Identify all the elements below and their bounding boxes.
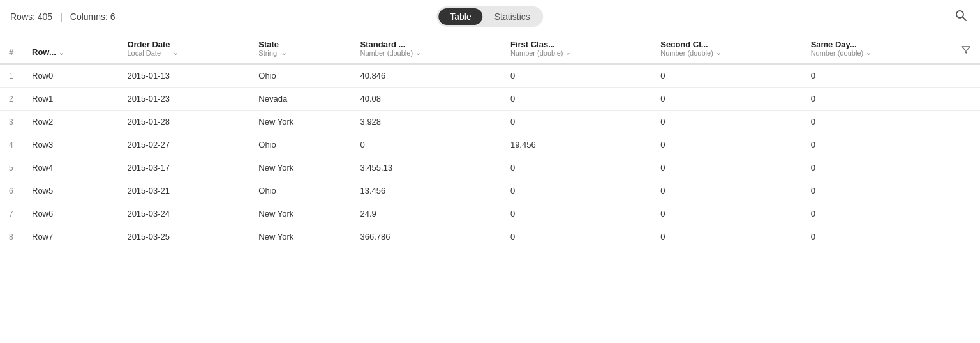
- cell-state: Ohio: [249, 179, 351, 202]
- cell-standard: 0: [352, 133, 501, 156]
- cell-rownum: 3: [0, 111, 23, 133]
- cell-secondclass: 0: [651, 111, 801, 133]
- view-toggle: Table Statistics: [436, 6, 543, 27]
- cell-rowid: Row5: [23, 179, 118, 202]
- cell-secondclass: 0: [651, 88, 801, 111]
- sort-arrow-orderdate: ⌄: [173, 49, 178, 56]
- table-wrapper: # Row... ⌄ Order Date Local Date ⌄: [0, 33, 980, 248]
- cell-rownum: 2: [0, 88, 23, 111]
- table-toggle-button[interactable]: Table: [438, 8, 482, 25]
- cell-firstclass: 0: [501, 179, 651, 202]
- cell-rownum: 6: [0, 179, 23, 202]
- cell-firstclass: 0: [501, 202, 651, 225]
- col-header-state[interactable]: State String ⌄: [249, 33, 351, 64]
- cell-standard: 40.08: [352, 88, 501, 111]
- top-bar: Rows: 405 | Columns: 6 Table Statistics: [0, 0, 980, 33]
- cell-filter: [952, 225, 980, 248]
- cell-state: New York: [249, 225, 351, 248]
- cell-rowid: Row7: [23, 225, 118, 248]
- cell-orderdate: 2015-03-17: [118, 156, 249, 179]
- cell-orderdate: 2015-03-21: [118, 179, 249, 202]
- cell-sameday: 0: [802, 64, 952, 88]
- search-button[interactable]: [952, 6, 970, 26]
- cell-standard: 13.456: [352, 179, 501, 202]
- cell-standard: 3,455.13: [352, 156, 501, 179]
- cell-sameday: 0: [802, 156, 952, 179]
- cell-filter: [952, 111, 980, 133]
- cell-filter: [952, 179, 980, 202]
- cell-firstclass: 0: [501, 64, 651, 88]
- row-col-info: Rows: 405 | Columns: 6: [10, 11, 115, 22]
- cell-rowid: Row6: [23, 202, 118, 225]
- cell-state: New York: [249, 111, 351, 133]
- cell-filter: [952, 64, 980, 88]
- cell-orderdate: 2015-03-24: [118, 202, 249, 225]
- rows-label: Rows: 405: [10, 11, 52, 22]
- table-row: 7Row62015-03-24New York24.9000: [0, 202, 980, 225]
- cell-standard: 40.846: [352, 64, 501, 88]
- col-header-firstclass[interactable]: First Clas... Number (double) ⌄: [501, 33, 651, 64]
- cell-secondclass: 0: [651, 179, 801, 202]
- col-header-secondclass[interactable]: Second Cl... Number (double) ⌄: [651, 33, 801, 64]
- sort-arrow-firstclass: ⌄: [565, 49, 570, 56]
- cell-orderdate: 2015-02-27: [118, 133, 249, 156]
- cell-filter: [952, 133, 980, 156]
- col-header-standard[interactable]: Standard ... Number (double) ⌄: [352, 33, 501, 64]
- cell-filter: [952, 88, 980, 111]
- cell-state: Ohio: [249, 64, 351, 88]
- cell-secondclass: 0: [651, 202, 801, 225]
- cell-firstclass: 0: [501, 225, 651, 248]
- table-row: 2Row12015-01-23Nevada40.08000: [0, 88, 980, 111]
- sort-arrow-state: ⌄: [281, 49, 286, 56]
- filter-icon: [961, 45, 971, 57]
- cell-sameday: 0: [802, 133, 952, 156]
- cell-orderdate: 2015-01-13: [118, 64, 249, 88]
- cell-standard: 24.9: [352, 202, 501, 225]
- cell-state: New York: [249, 202, 351, 225]
- cell-rownum: 5: [0, 156, 23, 179]
- cell-sameday: 0: [802, 202, 952, 225]
- col-header-sameday[interactable]: Same Day... Number (double) ⌄: [802, 33, 952, 64]
- cell-firstclass: 19.456: [501, 133, 651, 156]
- data-table: # Row... ⌄ Order Date Local Date ⌄: [0, 33, 980, 248]
- table-row: 3Row22015-01-28New York3.928000: [0, 111, 980, 133]
- cell-rowid: Row1: [23, 88, 118, 111]
- col-header-rowid[interactable]: Row... ⌄: [23, 33, 118, 64]
- cell-sameday: 0: [802, 225, 952, 248]
- svg-line-1: [963, 17, 966, 20]
- sort-arrow-rowid: ⌄: [59, 49, 64, 56]
- cell-secondclass: 0: [651, 133, 801, 156]
- cell-secondclass: 0: [651, 156, 801, 179]
- cell-firstclass: 0: [501, 156, 651, 179]
- cell-firstclass: 0: [501, 111, 651, 133]
- col-header-rownum: #: [0, 33, 23, 64]
- cell-sameday: 0: [802, 111, 952, 133]
- col-header-filter[interactable]: [952, 33, 980, 64]
- cell-firstclass: 0: [501, 88, 651, 111]
- cell-state: New York: [249, 156, 351, 179]
- sort-arrow-secondclass: ⌄: [716, 49, 721, 56]
- table-row: 1Row02015-01-13Ohio40.846000: [0, 64, 980, 88]
- cell-orderdate: 2015-03-25: [118, 225, 249, 248]
- cell-standard: 3.928: [352, 111, 501, 133]
- cell-state: Ohio: [249, 133, 351, 156]
- search-icon: [954, 9, 967, 22]
- cell-state: Nevada: [249, 88, 351, 111]
- cell-orderdate: 2015-01-23: [118, 88, 249, 111]
- table-row: 5Row42015-03-17New York3,455.13000: [0, 156, 980, 179]
- cell-sameday: 0: [802, 88, 952, 111]
- table-row: 4Row32015-02-27Ohio019.45600: [0, 133, 980, 156]
- cell-rownum: 1: [0, 64, 23, 88]
- cell-orderdate: 2015-01-28: [118, 111, 249, 133]
- table-body: 1Row02015-01-13Ohio40.8460002Row12015-01…: [0, 64, 980, 248]
- statistics-toggle-button[interactable]: Statistics: [483, 8, 542, 25]
- cell-rowid: Row0: [23, 64, 118, 88]
- sort-arrow-sameday: ⌄: [866, 49, 871, 56]
- cell-sameday: 0: [802, 179, 952, 202]
- table-header-row: # Row... ⌄ Order Date Local Date ⌄: [0, 33, 980, 64]
- col-header-orderdate[interactable]: Order Date Local Date ⌄: [118, 33, 249, 64]
- cell-rowid: Row4: [23, 156, 118, 179]
- table-row: 6Row52015-03-21Ohio13.456000: [0, 179, 980, 202]
- cell-filter: [952, 156, 980, 179]
- cell-secondclass: 0: [651, 64, 801, 88]
